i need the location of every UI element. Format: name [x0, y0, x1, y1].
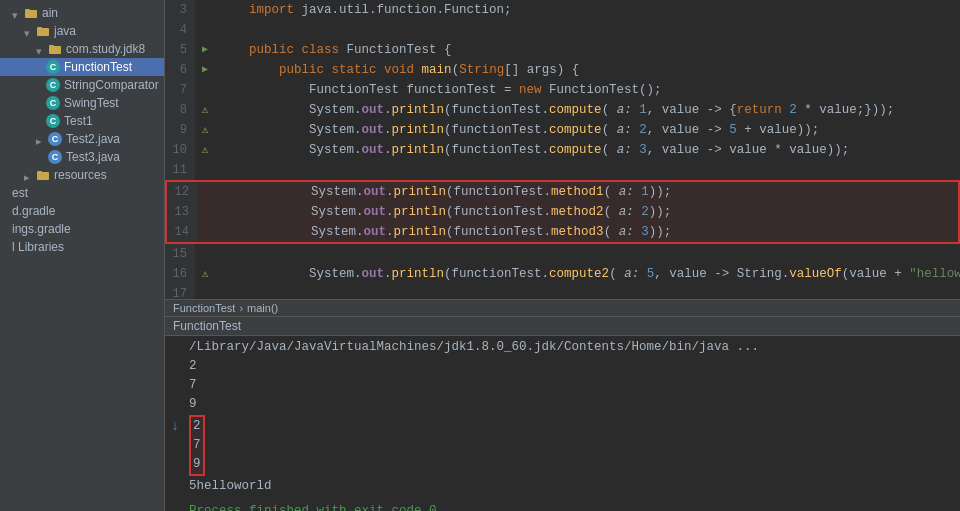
- code-lines-container[interactable]: 3 import java.util.function.Function; 4 …: [165, 0, 960, 299]
- sidebar-item-label: Test2.java: [66, 132, 120, 146]
- code-editor: 3 import java.util.function.Function; 4 …: [165, 0, 960, 299]
- console-line-path: /Library/Java/JavaVirtualMachines/jdk1.8…: [189, 338, 960, 357]
- line-gutter: ▶: [195, 40, 215, 60]
- folder-icon: [48, 42, 62, 56]
- sidebar-item-test2[interactable]: C Test2.java: [0, 130, 164, 148]
- line-gutter: ⚠: [195, 140, 215, 160]
- console-line-out2: 7: [189, 376, 960, 395]
- line-code: System.out.println(functionTest.compute(…: [215, 120, 960, 140]
- line-number: 17: [165, 284, 195, 299]
- sidebar-item-functiontest[interactable]: C FunctionTest: [0, 58, 164, 76]
- sidebar-item-test3[interactable]: C Test3.java: [0, 148, 164, 166]
- console-gutter: ↓: [165, 338, 185, 509]
- line-code: System.out.println(functionTest.method1(…: [217, 182, 958, 202]
- line-code: FunctionTest functionTest = new Function…: [215, 80, 960, 100]
- console-line-finish: Process finished with exit code 0: [189, 502, 960, 511]
- folder-icon: [36, 24, 50, 38]
- breadcrumb-main[interactable]: main(): [247, 302, 278, 314]
- console-line-out1: 2: [189, 357, 960, 376]
- sidebar-item-swingtest[interactable]: C SwingTest: [0, 94, 164, 112]
- line-gutter: ▶: [195, 60, 215, 80]
- line-number: 7: [165, 80, 195, 100]
- sidebar-item-label: com.study.jdk8: [66, 42, 145, 56]
- line-gutter: ⚠: [195, 120, 215, 140]
- console-path-text: /Library/Java/JavaVirtualMachines/jdk1.8…: [189, 338, 759, 357]
- sidebar-item-test1[interactable]: C Test1: [0, 112, 164, 130]
- line-number: 14: [167, 222, 197, 242]
- line-code: System.out.println(functionTest.compute(…: [215, 100, 960, 120]
- sidebar-item-libraries[interactable]: l Libraries: [0, 238, 164, 256]
- code-line-5: 5 ▶ public class FunctionTest {: [165, 40, 960, 60]
- console-highlighted-block: 2 7 9: [189, 415, 205, 476]
- code-line-7: 7 FunctionTest functionTest = new Functi…: [165, 80, 960, 100]
- code-line-15: 15: [165, 244, 960, 264]
- code-line-4: 4: [165, 20, 960, 40]
- line-number: 12: [167, 182, 197, 202]
- sidebar-item-dgradle[interactable]: d.gradle: [0, 202, 164, 220]
- code-line-14: 14 System.out.println(functionTest.metho…: [167, 222, 958, 242]
- java-class-icon: C: [46, 114, 60, 128]
- code-line-9: 9 ⚠ System.out.println(functionTest.comp…: [165, 120, 960, 140]
- warn-icon: ⚠: [202, 140, 209, 160]
- line-code: System.out.println(functionTest.compute2…: [215, 264, 960, 284]
- breadcrumb-functiontest[interactable]: FunctionTest: [173, 302, 235, 314]
- line-number: 13: [167, 202, 197, 222]
- code-line-16: 16 ⚠ System.out.println(functionTest.com…: [165, 264, 960, 284]
- console-line-helloworld: 5helloworld: [189, 477, 960, 496]
- sidebar-item-label: Test3.java: [66, 150, 120, 164]
- sidebar-item-main[interactable]: ain: [0, 4, 164, 22]
- run-icon[interactable]: ▶: [202, 40, 208, 60]
- folder-icon: [24, 6, 38, 20]
- sidebar-item-resources[interactable]: resources: [0, 166, 164, 184]
- line-code: import java.util.function.Function;: [215, 0, 960, 20]
- sidebar-item-label: est: [12, 186, 28, 200]
- line-number: 5: [165, 40, 195, 60]
- line-number: 16: [165, 264, 195, 284]
- console-panel: FunctionTest ↓ /Library/Java/JavaVirtual…: [165, 316, 960, 511]
- sidebar-item-label: ings.gradle: [12, 222, 71, 236]
- run-icon[interactable]: ▶: [202, 60, 208, 80]
- triangle-icon: [36, 134, 46, 144]
- svg-rect-2: [37, 28, 49, 36]
- java-class-icon: C: [46, 78, 60, 92]
- warn-icon: ⚠: [202, 100, 209, 120]
- line-number: 6: [165, 60, 195, 80]
- sidebar-item-ingsgradle[interactable]: ings.gradle: [0, 220, 164, 238]
- console-finish-text: Process finished with exit code 0: [189, 502, 437, 511]
- console-line-h3: 9: [193, 455, 201, 474]
- line-number: 9: [165, 120, 195, 140]
- code-line-3: 3 import java.util.function.Function;: [165, 0, 960, 20]
- code-line-17: 17: [165, 284, 960, 299]
- sidebar-item-com-study[interactable]: com.study.jdk8: [0, 40, 164, 58]
- sidebar-item-label: StringComparator: [64, 78, 159, 92]
- line-code: public static void main(String[] args) {: [215, 60, 960, 80]
- warn-icon: ⚠: [202, 264, 209, 284]
- sidebar-item-est[interactable]: est: [0, 184, 164, 202]
- sidebar-item-label: Test1: [64, 114, 93, 128]
- console-header: FunctionTest: [165, 317, 960, 336]
- code-line-10: 10 ⚠ System.out.println(functionTest.com…: [165, 140, 960, 160]
- line-gutter: ⚠: [195, 264, 215, 284]
- folder-icon: [36, 168, 50, 182]
- sidebar-item-label: SwingTest: [64, 96, 119, 110]
- sidebar-item-label: l Libraries: [12, 240, 64, 254]
- highlighted-code-block: 12 System.out.println(functionTest.metho…: [165, 180, 960, 244]
- sidebar-item-java[interactable]: java: [0, 22, 164, 40]
- line-code: public class FunctionTest {: [215, 40, 960, 60]
- code-line-6: 6 ▶ public static void main(String[] arg…: [165, 60, 960, 80]
- line-code: System.out.println(functionTest.compute(…: [215, 140, 960, 160]
- line-code: System.out.println(functionTest.method2(…: [217, 202, 958, 222]
- console-body[interactable]: ↓ /Library/Java/JavaVirtualMachines/jdk1…: [165, 336, 960, 511]
- svg-rect-1: [25, 9, 30, 11]
- svg-rect-7: [37, 171, 42, 173]
- line-number: 10: [165, 140, 195, 160]
- console-line-h2: 7: [193, 436, 201, 455]
- sidebar-item-stringcomparator[interactable]: C StringComparator: [0, 76, 164, 94]
- code-line-12: 12 System.out.println(functionTest.metho…: [167, 182, 958, 202]
- line-number: 11: [165, 160, 195, 180]
- code-line-11: 11: [165, 160, 960, 180]
- sidebar: ain java com.study.jdk8 C FunctionTest C…: [0, 0, 165, 511]
- sidebar-item-label: d.gradle: [12, 204, 55, 218]
- svg-rect-4: [49, 46, 61, 54]
- line-number: 4: [165, 20, 195, 40]
